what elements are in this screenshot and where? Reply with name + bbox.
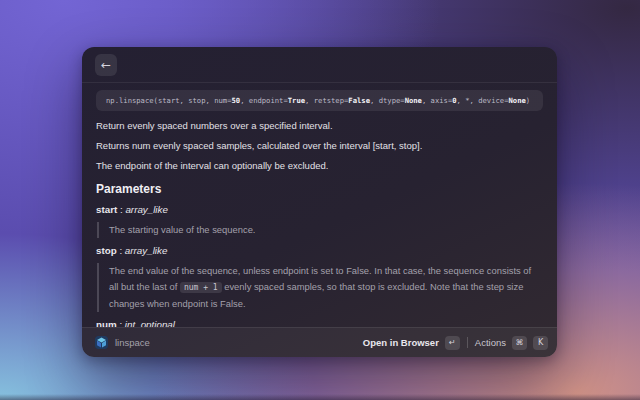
k-key-badge: K [533, 336, 548, 350]
footer-left: linspace [95, 336, 150, 349]
parameter-description: The end value of the sequence, unless en… [97, 263, 543, 312]
signature-run: None [405, 96, 422, 105]
footer-divider [467, 337, 468, 348]
parameters-heading: Parameters [96, 182, 543, 197]
doc-summary: Return evenly spaced numbers over a spec… [96, 119, 543, 172]
parameter-name: stop [96, 245, 117, 256]
signature-run: , retstep= [305, 96, 348, 105]
command-key-badge: ⌘ [512, 336, 527, 350]
parameter-separator: : [117, 319, 125, 327]
return-key-badge: ↵ [445, 336, 460, 350]
doc-paragraph: Return evenly spaced numbers over a spec… [96, 119, 543, 132]
inline-code-chip: num + 1 [180, 282, 222, 293]
open-in-browser-button[interactable]: Open in Browser ↵ [363, 334, 460, 352]
doc-content: np.linspace(start, stop, num=50, endpoin… [82, 83, 557, 327]
numpy-icon [95, 336, 108, 349]
signature-run: , *, device= [457, 96, 509, 105]
doc-paragraph: Returns num evenly spaced samples, calcu… [96, 139, 543, 152]
parameters-list: start : array_likeThe starting value of … [96, 203, 543, 327]
parameter-name-line: start : array_like [96, 203, 543, 216]
open-in-browser-label: Open in Browser [363, 337, 439, 348]
doc-paragraph: The endpoint of the interval can optiona… [96, 159, 543, 172]
action-bar: linspace Open in Browser ↵ Actions ⌘ K [82, 327, 557, 357]
function-signature: np.linspace(start, stop, num=50, endpoin… [96, 90, 543, 111]
parameter-type: int, optional [125, 319, 175, 327]
back-button[interactable]: ← [95, 54, 117, 76]
parameter-description: The starting value of the sequence. [97, 222, 543, 238]
parameter-type: array_like [125, 245, 167, 256]
signature-run: , axis= [422, 96, 452, 105]
signature-run: True [288, 96, 305, 105]
parameter-separator: : [117, 245, 125, 256]
signature-run: 50 [232, 96, 241, 105]
parameter-name-line: stop : array_like [96, 244, 543, 257]
actions-button[interactable]: Actions ⌘ K [475, 334, 548, 352]
parameter-name: start [96, 204, 117, 215]
desktop-background: ← np.linspace(start, stop, num=50, endpo… [0, 0, 640, 400]
description-text: The starting value of the sequence. [109, 224, 255, 235]
footer-right: Open in Browser ↵ Actions ⌘ K [363, 334, 548, 352]
signature-run: np.linspace(start, stop, num= [106, 96, 232, 105]
signature-run: , dtype= [370, 96, 405, 105]
signature-run: ) [526, 96, 530, 105]
footer-title: linspace [115, 337, 150, 348]
back-arrow-icon: ← [101, 59, 111, 71]
parameter-name-line: num : int, optional [96, 318, 543, 327]
documentation-window: ← np.linspace(start, stop, num=50, endpo… [82, 47, 557, 357]
parameter-name: num [96, 319, 117, 327]
signature-run: , endpoint= [240, 96, 288, 105]
signature-run: False [348, 96, 370, 105]
parameter-type: array_like [125, 204, 167, 215]
window-header: ← [82, 47, 557, 83]
signature-run: None [509, 96, 526, 105]
actions-label: Actions [475, 337, 506, 348]
